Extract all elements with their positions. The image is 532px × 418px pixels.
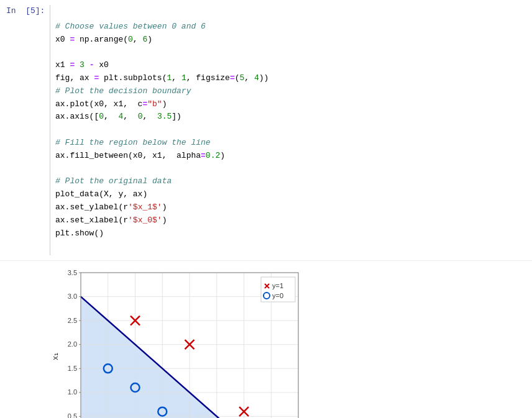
cell-in: In xyxy=(6,6,16,16)
comment-2: # Plot the decision boundary xyxy=(55,86,191,96)
svg-text:3.0: 3.0 xyxy=(68,293,77,300)
comment-4: # Plot the original data xyxy=(55,176,172,186)
code-line-5: ax.axis([0, 4, 0, 3.5]) xyxy=(55,112,181,121)
svg-text:0.5: 0.5 xyxy=(68,412,77,418)
code-line-7: plot_data(X, y, ax) xyxy=(55,189,147,199)
cell-code[interactable]: # Choose values between 0 and 6 x0 = np.… xyxy=(50,5,532,255)
code-line-10: plt.show() xyxy=(55,229,104,238)
code-line-9: ax.set_xlabel(r'$x_0$') xyxy=(55,216,167,225)
cell-label: In [5]: xyxy=(0,5,50,255)
output-area: 0.0 0.5 1.0 1.5 2.0 2.5 3.0 xyxy=(0,261,532,418)
code-line-3: fig, ax = plt.subplots(1, 1, figsize=(5,… xyxy=(55,73,268,83)
code-line-6: ax.fill_between(x0, x1, alpha=0.2) xyxy=(55,151,225,160)
legend-y0-label: y=0 xyxy=(272,292,283,299)
y-axis: 0.0 0.5 1.0 1.5 2.0 2.5 3.0 xyxy=(68,269,81,418)
code-line-1: x0 = np.arange(0, 6) xyxy=(55,35,152,44)
svg-text:1.0: 1.0 xyxy=(68,388,77,396)
cell-number: [5]: xyxy=(25,6,45,16)
svg-text:1.5: 1.5 xyxy=(68,365,77,372)
svg-text:2.5: 2.5 xyxy=(68,317,77,324)
comment-1: # Choose values between 0 and 6 xyxy=(55,22,206,31)
comment-3: # Fill the region below the line xyxy=(55,138,211,147)
chart-container: 0.0 0.5 1.0 1.5 2.0 2.5 3.0 xyxy=(50,263,311,418)
svg-text:2.0: 2.0 xyxy=(68,340,77,348)
svg-text:3.5: 3.5 xyxy=(68,269,77,276)
y-axis-label: x₁ xyxy=(50,353,60,360)
legend-y1-label: y=1 xyxy=(272,282,283,289)
code-line-4: ax.plot(x0, x1, c="b") xyxy=(55,99,167,109)
code-line-8: ax.set_ylabel(r'$x_1$') xyxy=(55,202,167,212)
code-line-2: x1 = 3 - x0 xyxy=(55,60,109,70)
notebook-cell: In [5]: # Choose values between 0 and 6 … xyxy=(0,0,532,261)
chart-svg: 0.0 0.5 1.0 1.5 2.0 2.5 3.0 xyxy=(50,263,311,418)
code-block: # Choose values between 0 and 6 x0 = np.… xyxy=(55,7,527,253)
